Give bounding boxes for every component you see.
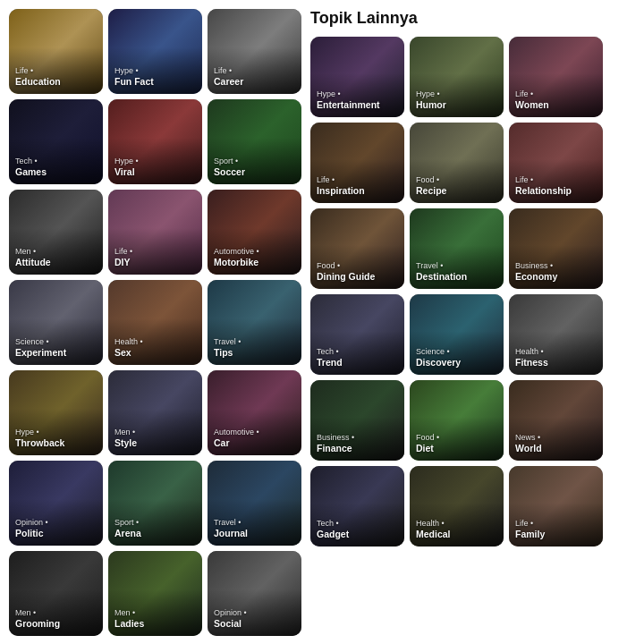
topic-card-trend[interactable]: Tech •Trend [310, 294, 404, 375]
card-category: Hype • [317, 89, 341, 98]
card-name: Women [515, 99, 549, 112]
topic-card-education[interactable]: Life •Education [9, 9, 103, 94]
topic-card-throwback[interactable]: Hype •Throwback [9, 370, 103, 455]
card-category: Business • [317, 433, 354, 442]
card-label: Men •Ladies [114, 606, 144, 631]
card-label: Hype •Entertainment [317, 88, 380, 112]
topic-card-style[interactable]: Men •Style [108, 370, 202, 455]
topic-card-sex[interactable]: Health •Sex [108, 280, 202, 365]
topic-card-experiment[interactable]: Science •Experiment [9, 280, 103, 365]
card-label: Travel •Journal [214, 516, 248, 540]
card-category: News • [515, 433, 540, 442]
topic-card-humor[interactable]: Hype •Humor [410, 37, 504, 117]
card-label: Hype •Fun Fact [114, 64, 154, 89]
topic-card-attitude[interactable]: Men •Attitude [9, 190, 103, 275]
card-label: Hype •Humor [416, 88, 446, 112]
card-label: Life •Education [15, 64, 61, 89]
card-category: Hype • [15, 428, 39, 436]
card-label: Life •Family [515, 517, 545, 541]
card-category: Life • [317, 175, 335, 184]
card-name: Destination [416, 271, 467, 284]
topic-card-grooming[interactable]: Men •Grooming [9, 551, 103, 636]
topic-card-viral[interactable]: Hype •Viral [108, 99, 202, 184]
card-label: Health •Sex [114, 335, 143, 360]
topic-card-gadget[interactable]: Tech •Gadget [310, 466, 404, 547]
card-label: Hype •Viral [114, 155, 139, 179]
topic-card-games[interactable]: Tech •Games [9, 99, 103, 184]
topic-card-world[interactable]: News •World [509, 380, 603, 461]
topic-card-relationship[interactable]: Life •Relationship [509, 123, 603, 203]
topic-card-journal[interactable]: Travel •Journal [208, 461, 301, 546]
card-category: Tech • [15, 157, 38, 165]
card-label: Opinion •Social [214, 606, 247, 631]
card-name: Throwback [15, 437, 64, 450]
card-category: Hype • [114, 157, 139, 165]
card-label: Food •Diet [416, 431, 439, 455]
topic-card-diningguide[interactable]: Food •Dining Guide [310, 208, 404, 289]
card-label: Life •DIY [114, 245, 132, 269]
topic-card-finance[interactable]: Business •Finance [310, 380, 404, 461]
topic-card-women[interactable]: Life •Women [509, 37, 603, 117]
card-name: Fitness [515, 357, 548, 369]
card-name: Ladies [114, 618, 144, 631]
topic-card-recipe[interactable]: Food •Recipe [410, 123, 504, 203]
card-label: Health •Medical [416, 517, 451, 541]
card-name: Motorbike [214, 257, 259, 269]
card-name: Dining Guide [317, 271, 375, 284]
topic-card-medical[interactable]: Health •Medical [410, 466, 504, 547]
card-category: Health • [416, 519, 445, 528]
card-label: Men •Style [114, 426, 137, 450]
topic-card-politic[interactable]: Opinion •Politic [9, 461, 103, 546]
main-layout: Life •EducationHype •Fun FactLife •Caree… [9, 9, 635, 636]
topic-card-career[interactable]: Life •Career [208, 9, 301, 94]
topic-card-soccer[interactable]: Sport •Soccer [208, 99, 301, 184]
topic-card-fitness[interactable]: Health •Fitness [509, 294, 603, 375]
topic-card-destination[interactable]: Travel •Destination [410, 208, 504, 289]
card-category: Life • [15, 66, 33, 75]
card-name: Car [214, 437, 259, 450]
card-label: Life •Relationship [515, 174, 572, 198]
card-name: Soccer [214, 166, 245, 179]
card-label: Food •Recipe [416, 174, 446, 198]
card-name: Family [515, 529, 545, 541]
card-name: Politic [15, 528, 48, 540]
topic-card-entertainment[interactable]: Hype •Entertainment [310, 37, 404, 117]
card-category: Sport • [114, 518, 139, 527]
card-name: Education [15, 76, 61, 89]
card-category: Men • [15, 608, 36, 617]
card-label: Travel •Tips [214, 335, 241, 360]
card-label: Life •Career [214, 64, 243, 89]
topic-card-discovery[interactable]: Science •Discovery [410, 294, 504, 375]
card-category: Life • [515, 519, 533, 528]
card-name: Games [15, 166, 47, 179]
topic-card-ladies[interactable]: Men •Ladies [108, 551, 202, 636]
card-category: Travel • [214, 518, 241, 527]
topic-card-social[interactable]: Opinion •Social [208, 551, 301, 636]
card-name: DIY [114, 257, 132, 269]
topic-card-arena[interactable]: Sport •Arena [108, 461, 202, 546]
topic-card-car[interactable]: Automotive •Car [208, 370, 301, 455]
card-label: Travel •Destination [416, 259, 467, 284]
card-category: Health • [114, 337, 143, 346]
card-category: Travel • [416, 261, 443, 270]
card-label: Hype •Throwback [15, 426, 64, 450]
card-category: Automotive • [214, 247, 259, 256]
topic-card-diet[interactable]: Food •Diet [410, 380, 504, 461]
card-name: Diet [416, 443, 439, 455]
topic-card-diy[interactable]: Life •DIY [108, 190, 202, 275]
topic-card-motorbike[interactable]: Automotive •Motorbike [208, 190, 301, 275]
card-name: Tips [214, 347, 241, 360]
topic-card-funfact[interactable]: Hype •Fun Fact [108, 9, 202, 94]
topic-card-inspiration[interactable]: Life •Inspiration [310, 123, 404, 203]
card-name: Finance [317, 443, 354, 455]
card-name: Sex [114, 347, 143, 360]
card-label: Men •Grooming [15, 606, 60, 631]
topic-card-family[interactable]: Life •Family [509, 466, 603, 547]
card-category: Food • [416, 433, 439, 442]
right-topic-grid: Hype •EntertainmentHype •HumorLife •Wome… [310, 37, 635, 547]
card-category: Tech • [317, 519, 339, 528]
right-section: Topik Lainnya Hype •EntertainmentHype •H… [310, 9, 635, 636]
card-name: Trend [317, 357, 343, 369]
topic-card-tips[interactable]: Travel •Tips [208, 280, 301, 365]
topic-card-economy[interactable]: Business •Economy [509, 208, 603, 289]
